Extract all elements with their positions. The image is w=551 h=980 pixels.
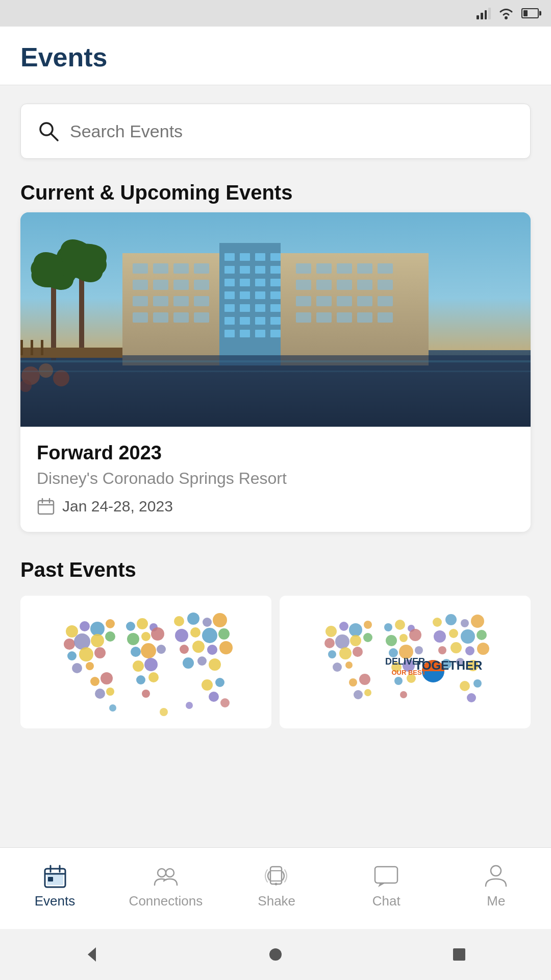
svg-point-168 xyxy=(415,646,423,654)
back-button[interactable] xyxy=(81,943,103,966)
event-date: Jan 24-28, 2023 xyxy=(62,498,173,515)
svg-point-146 xyxy=(220,698,230,707)
svg-point-97 xyxy=(106,619,115,628)
svg-point-181 xyxy=(477,630,487,640)
svg-point-137 xyxy=(215,678,224,687)
search-box[interactable] xyxy=(20,104,531,159)
svg-point-165 xyxy=(409,629,421,641)
person-nav-icon xyxy=(483,863,509,889)
svg-point-158 xyxy=(333,663,342,672)
svg-point-135 xyxy=(209,658,221,671)
svg-point-194 xyxy=(354,690,363,699)
svg-point-123 xyxy=(203,618,212,627)
svg-rect-41 xyxy=(357,312,372,323)
svg-rect-86 xyxy=(20,348,122,358)
svg-marker-215 xyxy=(88,947,96,962)
svg-point-185 xyxy=(477,643,489,655)
svg-point-131 xyxy=(207,645,217,655)
svg-rect-7 xyxy=(133,263,148,274)
svg-point-134 xyxy=(197,656,207,666)
svg-rect-35 xyxy=(337,296,352,306)
svg-rect-63 xyxy=(224,317,235,325)
home-icon xyxy=(264,943,287,966)
svg-rect-83 xyxy=(20,355,531,427)
svg-point-106 xyxy=(86,662,94,670)
svg-rect-70 xyxy=(270,330,281,337)
svg-point-151 xyxy=(324,638,335,648)
svg-point-124 xyxy=(213,613,227,627)
svg-rect-12 xyxy=(153,280,168,290)
svg-rect-18 xyxy=(194,296,209,306)
svg-point-193 xyxy=(359,674,370,685)
svg-point-140 xyxy=(101,672,113,684)
svg-rect-43 xyxy=(224,253,235,261)
nav-item-shake[interactable]: Shake xyxy=(241,863,312,909)
svg-point-120 xyxy=(142,690,150,698)
nav-item-events[interactable]: Events xyxy=(19,863,91,909)
world-map-dots-2: DELIVER OUR BEST TOGETHER xyxy=(280,596,531,728)
svg-point-127 xyxy=(202,628,217,643)
svg-point-136 xyxy=(202,679,213,691)
svg-rect-67 xyxy=(224,330,235,337)
svg-rect-34 xyxy=(316,296,332,306)
search-input[interactable] xyxy=(70,121,514,141)
nav-item-me[interactable]: Me xyxy=(460,863,532,909)
svg-point-191 xyxy=(467,693,476,702)
svg-point-214 xyxy=(491,866,501,876)
svg-rect-38 xyxy=(296,312,311,323)
svg-rect-58 xyxy=(270,291,281,299)
past-events-grid: DELIVER OUR BEST TOGETHER xyxy=(0,590,551,739)
svg-rect-13 xyxy=(173,280,189,290)
svg-rect-21 xyxy=(173,312,189,323)
svg-point-113 xyxy=(131,647,141,657)
event-date-row: Jan 24-28, 2023 xyxy=(37,497,514,516)
battery-icon xyxy=(521,8,539,18)
past-event-1[interactable] xyxy=(20,596,271,728)
svg-point-114 xyxy=(141,643,156,658)
nav-item-chat[interactable]: Chat xyxy=(350,863,422,909)
header: Events xyxy=(0,27,551,85)
svg-rect-90 xyxy=(38,501,54,514)
svg-point-133 xyxy=(183,657,194,669)
past-event-2[interactable]: DELIVER OUR BEST TOGETHER xyxy=(280,596,531,728)
svg-rect-66 xyxy=(270,317,281,325)
svg-rect-56 xyxy=(240,291,250,299)
svg-point-103 xyxy=(79,647,93,662)
svg-point-121 xyxy=(174,616,184,626)
svg-rect-64 xyxy=(240,317,250,325)
svg-point-94 xyxy=(66,625,78,638)
home-button[interactable] xyxy=(264,943,287,966)
svg-point-211 xyxy=(275,883,278,886)
recents-button[interactable] xyxy=(448,943,470,966)
past-events-heading: Past Events xyxy=(0,548,551,590)
svg-rect-49 xyxy=(255,266,265,274)
svg-rect-205 xyxy=(48,877,53,881)
nav-icon-chat xyxy=(371,863,402,889)
svg-rect-28 xyxy=(296,280,311,290)
nav-icon-connections xyxy=(151,863,181,889)
svg-rect-16 xyxy=(153,296,168,306)
svg-point-102 xyxy=(67,651,77,660)
svg-point-128 xyxy=(218,628,230,640)
recents-icon xyxy=(448,943,470,966)
calendar-nav-icon xyxy=(42,863,68,889)
svg-rect-52 xyxy=(240,279,250,286)
svg-rect-85 xyxy=(20,371,531,372)
svg-point-0 xyxy=(505,16,508,19)
svg-rect-65 xyxy=(255,317,265,325)
svg-point-108 xyxy=(137,618,148,629)
event-card-forward2023[interactable]: Forward 2023 Disney's Coronado Springs R… xyxy=(20,212,531,532)
svg-rect-54 xyxy=(270,279,281,286)
svg-point-179 xyxy=(449,629,458,638)
svg-point-95 xyxy=(80,621,90,631)
svg-rect-20 xyxy=(153,312,168,323)
svg-rect-19 xyxy=(133,312,148,323)
status-bar xyxy=(0,0,551,27)
people-nav-icon xyxy=(153,863,179,889)
svg-point-139 xyxy=(90,677,99,686)
svg-rect-17 xyxy=(173,296,189,306)
svg-rect-89 xyxy=(41,340,43,355)
svg-point-159 xyxy=(345,662,353,669)
svg-point-174 xyxy=(433,618,442,627)
nav-item-connections[interactable]: Connections xyxy=(129,863,203,909)
